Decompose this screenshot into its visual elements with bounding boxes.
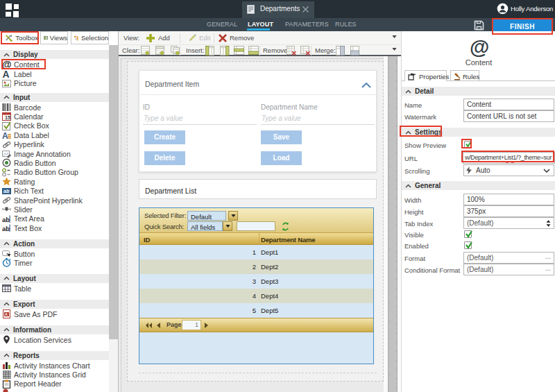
svg-text:A: A	[3, 69, 10, 78]
svg-text:ab: ab	[2, 215, 10, 223]
svg-text:A: A	[2, 131, 8, 140]
svg-text:ab: ab	[3, 189, 10, 194]
svg-text:15: 15	[5, 115, 10, 120]
svg-text:ab: ab	[2, 225, 10, 232]
svg-text:A: A	[5, 312, 8, 316]
